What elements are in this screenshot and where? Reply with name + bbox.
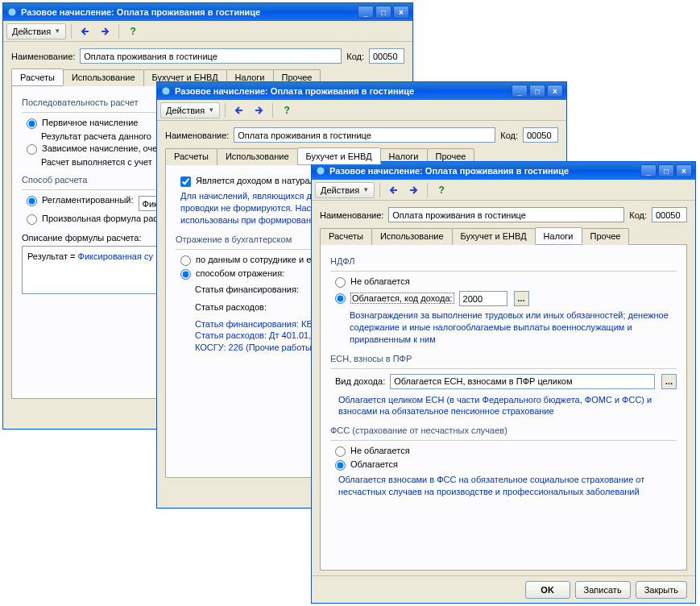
ndfl-not-taxed-label: Не облагается bbox=[350, 276, 410, 286]
maximize-button[interactable]: □ bbox=[529, 85, 545, 98]
reflect-method-label: способом отражения: bbox=[196, 268, 284, 278]
svg-point-0 bbox=[8, 8, 16, 16]
window-title: Разовое начисление: Оплата проживания в … bbox=[21, 7, 358, 17]
close-button-footer[interactable]: Закрыть bbox=[636, 581, 687, 599]
seq-primary-radio[interactable] bbox=[27, 118, 37, 129]
income-type-field[interactable] bbox=[390, 374, 655, 389]
name-label: Наименование: bbox=[320, 210, 383, 220]
ndfl-hint: Вознаграждения за выполнение трудовых ил… bbox=[350, 309, 677, 346]
nav-next-icon[interactable] bbox=[96, 23, 114, 39]
titlebar: Разовое начисление: Оплата проживания в … bbox=[3, 3, 412, 21]
save-button[interactable]: Записать bbox=[575, 581, 631, 599]
fss-taxed-radio[interactable] bbox=[335, 460, 346, 471]
name-field[interactable] bbox=[388, 207, 624, 222]
reflect-employee-label: по данным о сотруднике и ег bbox=[196, 255, 314, 264]
income-type-picker[interactable]: … bbox=[661, 374, 677, 389]
minimize-button[interactable]: _ bbox=[512, 85, 528, 98]
ndfl-code-picker[interactable]: … bbox=[514, 291, 529, 306]
toolbar: Действия▼ ? bbox=[312, 180, 695, 201]
natural-income-label: Является доходом в натуральн bbox=[196, 176, 325, 185]
formula-result: Результат = bbox=[27, 251, 78, 261]
tab-usage[interactable]: Использование bbox=[63, 69, 144, 86]
code-field[interactable] bbox=[523, 127, 558, 143]
ndfl-code-field[interactable] bbox=[459, 291, 507, 306]
window-title: Разовое начисление: Оплата проживания в … bbox=[329, 166, 640, 176]
method-formula-label: Произвольная формула рас bbox=[42, 214, 158, 223]
help-icon[interactable]: ? bbox=[124, 23, 142, 39]
tab-other[interactable]: Прочее bbox=[582, 228, 630, 245]
fss-not-taxed-radio[interactable] bbox=[335, 446, 346, 457]
code-label: Код: bbox=[346, 52, 364, 61]
toolbar: Действия▼ ? bbox=[3, 21, 412, 42]
seq-dependent-radio[interactable] bbox=[27, 144, 37, 155]
nav-prev-icon[interactable] bbox=[77, 23, 94, 39]
seq-dependent-label: Зависимое начисление, оче bbox=[42, 143, 157, 153]
actions-menu[interactable]: Действия▼ bbox=[315, 182, 375, 198]
tab-calc[interactable]: Расчеты bbox=[320, 228, 372, 245]
method-reg-label: Регламентированный: bbox=[42, 195, 134, 205]
minimize-button[interactable]: _ bbox=[358, 6, 374, 19]
code-field[interactable] bbox=[652, 207, 687, 222]
app-icon bbox=[160, 85, 172, 97]
footer: OK Записать Закрыть bbox=[312, 575, 695, 603]
exp-article-label: Статья расходов: bbox=[195, 302, 308, 312]
fss-not-taxed-label: Не облагается bbox=[350, 446, 410, 455]
reflect-method-radio[interactable] bbox=[180, 269, 191, 280]
svg-point-3 bbox=[162, 87, 170, 95]
tab-bar: Расчеты Использование Бухучет и ЕНВД Нал… bbox=[320, 227, 687, 245]
method-formula-radio[interactable] bbox=[27, 214, 37, 225]
window-title: Разовое начисление: Оплата проживания в … bbox=[175, 86, 512, 96]
help-icon[interactable]: ? bbox=[433, 182, 450, 198]
minimize-button[interactable]: _ bbox=[640, 164, 657, 177]
name-field[interactable] bbox=[80, 48, 342, 64]
fin-article-label: Статья финансирования: bbox=[195, 284, 308, 294]
tab-calc[interactable]: Расчеты bbox=[165, 148, 217, 165]
ndfl-taxed-label: Облагается, код дохода: bbox=[350, 293, 454, 304]
nav-prev-icon[interactable] bbox=[230, 102, 248, 118]
actions-menu[interactable]: Действия▼ bbox=[160, 102, 220, 118]
actions-menu[interactable]: Действия▼ bbox=[6, 23, 66, 39]
code-label: Код: bbox=[500, 131, 518, 140]
fss-hint: Облагается взносами в ФСС на обязательно… bbox=[338, 474, 677, 498]
esn-title: ЕСН, взносы в ПФР bbox=[330, 354, 677, 363]
name-label: Наименование: bbox=[165, 131, 229, 140]
app-icon bbox=[315, 165, 326, 176]
fss-title: ФСС (страхование от несчастных случаев) bbox=[330, 425, 677, 435]
nav-next-icon[interactable] bbox=[404, 182, 422, 198]
toolbar: Действия▼ ? bbox=[157, 100, 566, 121]
ok-button[interactable]: OK bbox=[525, 581, 570, 599]
tab-calc[interactable]: Расчеты bbox=[11, 68, 64, 85]
code-label: Код: bbox=[629, 210, 647, 220]
close-button[interactable]: × bbox=[393, 6, 409, 19]
name-label: Наименование: bbox=[11, 52, 75, 61]
name-field[interactable] bbox=[234, 127, 495, 143]
tab-acc[interactable]: Бухучет и ЕНВД bbox=[297, 147, 381, 164]
natural-income-check[interactable] bbox=[180, 176, 191, 187]
income-type-label: Вид дохода: bbox=[335, 376, 385, 386]
nav-next-icon[interactable] bbox=[250, 102, 267, 118]
nav-prev-icon[interactable] bbox=[385, 182, 403, 198]
titlebar: Разовое начисление: Оплата проживания в … bbox=[157, 82, 566, 100]
code-field[interactable] bbox=[369, 48, 404, 64]
svg-point-6 bbox=[317, 167, 325, 175]
maximize-button[interactable]: □ bbox=[375, 6, 391, 19]
seq-primary-label: Первичное начисление bbox=[42, 118, 138, 127]
tab-acc[interactable]: Бухучет и ЕНВД bbox=[452, 228, 536, 245]
esn-hint: Облагается целиком ЕСН (в части Федераль… bbox=[338, 394, 677, 418]
ndfl-not-taxed-radio[interactable] bbox=[335, 277, 346, 288]
ndfl-title: НДФЛ bbox=[330, 256, 677, 266]
fss-taxed-label: Облагается bbox=[350, 459, 398, 469]
close-button[interactable]: × bbox=[676, 164, 692, 177]
maximize-button[interactable]: □ bbox=[658, 164, 674, 177]
help-icon[interactable]: ? bbox=[278, 102, 296, 118]
tab-usage[interactable]: Использование bbox=[217, 148, 298, 165]
formula-link[interactable]: Фиксированная су bbox=[78, 251, 153, 261]
titlebar: Разовое начисление: Оплата проживания в … bbox=[312, 162, 695, 180]
ndfl-taxed-radio[interactable] bbox=[335, 293, 346, 304]
reflect-employee-radio[interactable] bbox=[180, 255, 191, 266]
tab-usage[interactable]: Использование bbox=[371, 228, 453, 245]
app-icon bbox=[6, 6, 18, 18]
tab-tax[interactable]: Налоги bbox=[535, 227, 582, 244]
method-reg-radio[interactable] bbox=[27, 196, 37, 206]
close-button[interactable]: × bbox=[547, 85, 563, 98]
